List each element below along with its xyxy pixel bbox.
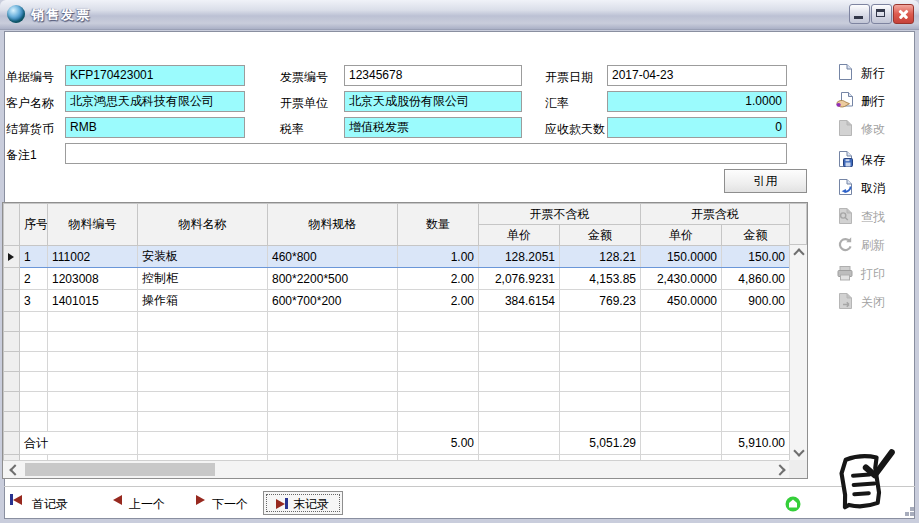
globe-icon <box>7 5 25 23</box>
action-label: 取消 <box>861 180 885 197</box>
cell-spec[interactable]: 800*2200*500 <box>268 268 398 290</box>
scrollbar-thumb[interactable] <box>25 463 215 476</box>
next-record-button[interactable]: 下一个 <box>196 494 205 514</box>
row-selector <box>4 268 20 290</box>
action-label: 删行 <box>861 93 885 110</box>
cell <box>479 312 560 332</box>
title-bar[interactable]: 销售发票 <box>0 0 919 30</box>
row-selector <box>4 290 20 312</box>
group-header-incl-tax: 开票含税 <box>641 204 790 225</box>
cell-seq[interactable]: 3 <box>20 290 48 312</box>
resize-grip-icon[interactable] <box>905 512 909 516</box>
remark-input[interactable] <box>65 143 787 164</box>
cell <box>722 412 790 432</box>
cell <box>641 312 722 332</box>
scroll-down-icon[interactable] <box>793 445 804 456</box>
delete-page-hand-icon <box>836 91 854 109</box>
cell <box>560 352 641 372</box>
close-button[interactable] <box>893 4 914 24</box>
scrollbar-header-filler <box>789 203 807 245</box>
nav-label: 上一个 <box>129 496 165 513</box>
scroll-left-icon[interactable] <box>9 464 20 475</box>
find-button: 查找 <box>834 205 914 229</box>
cell-price-ex[interactable]: 128.2051 <box>479 246 560 268</box>
reference-button[interactable]: 引用 <box>724 169 807 193</box>
action-label: 关闭 <box>861 294 885 311</box>
delete-row-button[interactable]: 删行 <box>834 89 914 113</box>
table-row[interactable]: 1 111002 安装板 460*800 1.00 128.2051 128.2… <box>4 246 790 268</box>
cell-seq[interactable]: 2 <box>20 268 48 290</box>
cell-amt-in[interactable]: 4,860.00 <box>722 268 790 290</box>
cell-price-ex[interactable]: 2,076.9231 <box>479 268 560 290</box>
cell <box>20 372 48 392</box>
cell <box>479 352 560 372</box>
vertical-scrollbar[interactable] <box>789 245 807 460</box>
action-label: 打印 <box>861 266 885 283</box>
cell-amt-in[interactable]: 900.00 <box>722 290 790 312</box>
minimize-button[interactable] <box>849 4 870 24</box>
cell-spec[interactable]: 600*700*200 <box>268 290 398 312</box>
cell-name[interactable]: 操作箱 <box>138 290 268 312</box>
nav-label: 首记录 <box>32 496 68 513</box>
empty-row <box>4 312 790 332</box>
currency-input[interactable]: RMB <box>65 117 245 138</box>
billing-unit-input[interactable]: 北京天成股份有限公司 <box>344 91 522 112</box>
cell-name[interactable]: 安装板 <box>138 246 268 268</box>
modify-page-icon <box>836 119 854 137</box>
receivable-days-input[interactable]: 0 <box>607 117 787 138</box>
green-status-icon <box>785 496 801 512</box>
cell-price-in[interactable]: 450.0000 <box>641 290 722 312</box>
cell <box>20 332 48 352</box>
cell <box>48 372 138 392</box>
cancel-button[interactable]: 取消 <box>834 176 914 200</box>
checklist-doodle-icon <box>836 449 898 517</box>
cell <box>20 312 48 332</box>
doc-no-input[interactable]: KFP170423001 <box>65 65 245 86</box>
resize-grip-icon[interactable] <box>910 507 914 511</box>
billing-unit-label: 开票单位 <box>280 95 328 111</box>
empty-row <box>4 412 790 432</box>
maximize-button[interactable] <box>871 4 892 24</box>
resize-grip-icon[interactable] <box>910 512 914 516</box>
action-label: 修改 <box>861 121 885 138</box>
cell <box>138 332 268 352</box>
cell-price-in[interactable]: 2,430.0000 <box>641 268 722 290</box>
cell-name[interactable]: 控制柜 <box>138 268 268 290</box>
col-header-qty: 数量 <box>398 204 479 246</box>
cell-qty[interactable]: 2.00 <box>398 290 479 312</box>
cell-qty[interactable]: 1.00 <box>398 246 479 268</box>
cell-amt-ex[interactable]: 769.23 <box>560 290 641 312</box>
cell <box>398 392 479 412</box>
cell-amt-in[interactable]: 150.00 <box>722 246 790 268</box>
exchange-rate-input[interactable]: 1.0000 <box>607 91 787 112</box>
action-label: 刷新 <box>861 237 885 254</box>
cell-qty[interactable]: 2.00 <box>398 268 479 290</box>
invoice-date-input[interactable]: 2017-04-23 <box>607 65 787 86</box>
cell <box>138 372 268 392</box>
cell-price-in[interactable]: 150.0000 <box>641 246 722 268</box>
invoice-no-input[interactable]: 12345678 <box>344 65 522 86</box>
customer-input[interactable]: 北京鸿思天成科技有限公司 <box>65 91 245 112</box>
save-button[interactable]: 保存 <box>834 148 914 172</box>
cell-code[interactable]: 1203008 <box>48 268 138 290</box>
scroll-right-icon[interactable] <box>774 464 785 475</box>
col-header-amount-ex: 金额 <box>560 225 641 246</box>
horizontal-scrollbar[interactable] <box>3 460 789 478</box>
scroll-up-icon[interactable] <box>793 248 804 259</box>
first-record-button[interactable]: 首记录 <box>10 494 22 514</box>
tax-rate-input[interactable]: 增值税发票 <box>344 117 522 138</box>
table-row[interactable]: 2 1203008 控制柜 800*2200*500 2.00 2,076.92… <box>4 268 790 290</box>
table-row[interactable]: 3 1401015 操作箱 600*700*200 2.00 384.6154 … <box>4 290 790 312</box>
cell-seq[interactable]: 1 <box>20 246 48 268</box>
cell-amt-ex[interactable]: 4,153.85 <box>560 268 641 290</box>
cell-spec[interactable]: 460*800 <box>268 246 398 268</box>
cell-code[interactable]: 111002 <box>48 246 138 268</box>
cell <box>398 372 479 392</box>
cell-code[interactable]: 1401015 <box>48 290 138 312</box>
new-row-button[interactable]: 新行 <box>834 61 914 85</box>
cell-amt-ex[interactable]: 128.21 <box>560 246 641 268</box>
last-record-button[interactable]: 末记录 <box>263 491 343 515</box>
previous-record-button[interactable]: 上一个 <box>113 494 122 514</box>
cell-price-ex[interactable]: 384.6154 <box>479 290 560 312</box>
scrollbar-corner <box>789 460 807 478</box>
